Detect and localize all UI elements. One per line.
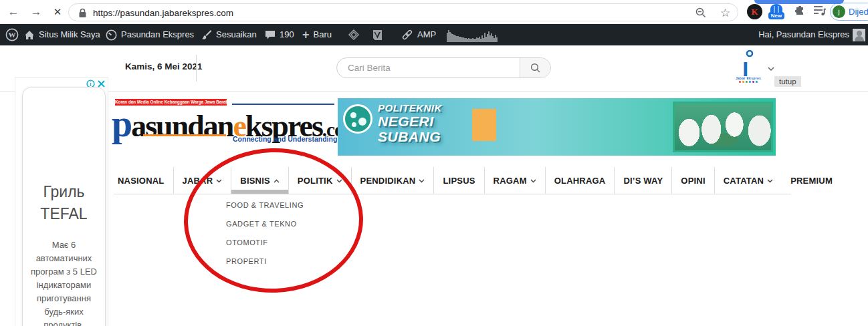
jabar-ekspres-dots	[733, 81, 764, 83]
diamond-item[interactable]	[348, 24, 360, 45]
site-name-item[interactable]: Pasundan Ekspres	[106, 24, 194, 45]
chevron-down-icon	[767, 179, 773, 183]
nav-item-premium[interactable]: PREMIUM	[782, 167, 841, 194]
date-divider	[196, 55, 197, 82]
svg-text:W: W	[9, 31, 16, 39]
comment-icon	[265, 30, 276, 40]
reading-list-icon[interactable]	[813, 5, 827, 19]
banner-title: POLITEKNIK NEGERI SUBANG	[378, 103, 442, 144]
extension-k-icon[interactable]: K	[747, 4, 762, 19]
jabar-ekspres-caption: Jabar Ekspres	[733, 76, 764, 80]
search-box	[336, 57, 551, 78]
nav-item-opini[interactable]: OPINI	[671, 167, 714, 194]
yoast-item[interactable]	[372, 24, 383, 45]
dropdown-item-otomotif[interactable]: OTOMOTIF	[226, 233, 304, 252]
logo-orange-underline	[143, 134, 226, 136]
nav-item-bisnis[interactable]: BISNIS	[231, 167, 288, 194]
banner-logo-icon	[343, 104, 372, 134]
chevron-down-icon	[419, 179, 425, 183]
new-item[interactable]: + Baru	[302, 24, 332, 45]
diamond-icon	[348, 29, 360, 41]
amp-label: AMP	[417, 24, 436, 45]
chevron-down-icon	[530, 179, 536, 183]
extension-new-icon[interactable]: New	[768, 3, 785, 19]
screenshot-frame: ← → ✕ https://pasundan.jabarekspres.com …	[0, 0, 868, 326]
wordpress-logo-icon: W	[5, 28, 19, 41]
nav-item-politik[interactable]: POLITIK	[288, 167, 351, 194]
new-label: Baru	[314, 24, 332, 45]
svg-text:ȷ: ȷ	[742, 53, 748, 76]
bisnis-dropdown: FOOD & TRAVELING GADGET & TEKNO OTOMOTIF…	[226, 196, 304, 271]
wp-logo-item[interactable]: W	[5, 24, 19, 45]
chevron-down-icon[interactable]	[768, 61, 774, 73]
date-label: Kamis, 6 Mei 2021	[125, 61, 203, 71]
chevron-up-icon	[274, 179, 280, 183]
jabar-ekspres-logo[interactable]: ȷ Jabar Ekspres	[733, 49, 764, 88]
url-text[interactable]: https://pasundan.jabarekspres.com	[93, 8, 233, 18]
nav-item-jabar[interactable]: JABAR	[173, 167, 231, 194]
nav-item-nasional[interactable]: NASIONAL	[114, 167, 173, 194]
banner-ad[interactable]: POLITEKNIK NEGERI SUBANG	[338, 98, 776, 156]
ad-body: Має 6 автоматичних програм з 5 LED індик…	[23, 238, 105, 326]
site-name-label: Pasundan Ekspres	[121, 24, 194, 45]
amp-item[interactable]: AMP	[401, 24, 436, 45]
wp-admin-bar: W Situs Milik Saya Pasundan Ekspres Sesu…	[0, 24, 868, 45]
chevron-down-icon	[336, 179, 342, 183]
stats-sparkline-icon	[447, 27, 498, 42]
nav-item-ragam[interactable]: RAGAM	[484, 167, 545, 194]
tab-strip-remnant	[754, 0, 844, 4]
profile-chip[interactable]: j Dijed	[830, 3, 868, 21]
plus-icon: +	[302, 29, 310, 40]
link-icon	[401, 29, 413, 41]
address-bar[interactable]: https://pasundan.jabarekspres.com ☆	[68, 3, 738, 21]
new-badge: New	[768, 12, 784, 19]
banner-orange-block	[472, 109, 496, 141]
admin-greeting[interactable]: Hai, Pasundan Ekspres	[758, 24, 849, 45]
stats-item[interactable]	[447, 24, 498, 45]
search-button[interactable]	[520, 58, 550, 77]
jabar-ekspres-glyph-icon: ȷ	[733, 49, 764, 76]
dashboard-gauge-icon	[106, 29, 117, 41]
chevron-down-icon	[216, 179, 222, 183]
avatar: j	[833, 5, 845, 18]
browser-toolbar: ← → ✕ https://pasundan.jabarekspres.com …	[0, 0, 868, 24]
comments-count: 190	[280, 24, 294, 45]
search-input[interactable]	[348, 59, 515, 77]
zoom-out-icon[interactable]	[695, 7, 707, 21]
my-sites-item[interactable]: Situs Milik Saya	[24, 24, 100, 45]
bookmark-star-icon[interactable]: ☆	[720, 6, 730, 20]
nav-item-dis-way[interactable]: DI’S WAY	[614, 167, 671, 194]
stop-icon[interactable]: ✕	[49, 4, 66, 20]
my-sites-label: Situs Milik Saya	[39, 24, 100, 45]
customize-label: Sesuaikan	[216, 24, 257, 45]
nav-item-pendidikan[interactable]: PENDIDIKAN	[351, 167, 434, 194]
lock-icon	[78, 8, 87, 21]
comments-item[interactable]: 190	[265, 24, 294, 45]
banner-photo	[673, 102, 773, 152]
nav-item-lipsus[interactable]: LIPSUS	[433, 167, 483, 194]
dropdown-item-properti[interactable]: PROPERTI	[226, 252, 304, 271]
brush-icon	[201, 29, 212, 40]
customize-item[interactable]: Sesuaikan	[201, 24, 257, 45]
ad-card[interactable]: Гриль TEFAL Має 6 автоматичних програм з…	[22, 87, 106, 326]
side-ad[interactable]: i Гриль TEFAL Має 6 автоматичних програм…	[15, 77, 108, 326]
dropdown-item-food-traveling[interactable]: FOOD & TRAVELING	[226, 196, 304, 214]
ad-title: Гриль TEFAL	[23, 181, 105, 225]
site-header: Kamis, 6 Mei 2021 ȷ Jabar Ekspres tutup	[0, 45, 868, 92]
nav-item-catatan[interactable]: CATATAN	[714, 167, 782, 194]
main-nav: NASIONAL JABAR BISNIS POLITIK PENDIDIKAN…	[114, 167, 841, 194]
close-ad-button[interactable]: tutup	[774, 76, 801, 87]
active-nav-underline	[231, 190, 289, 194]
forward-icon[interactable]: →	[28, 4, 44, 20]
admin-avatar	[853, 29, 865, 41]
house-icon	[24, 30, 35, 40]
nav-item-olahraga[interactable]: OLAHRAGA	[545, 167, 615, 194]
profile-name: Dijed	[849, 7, 868, 17]
extensions-puzzle-icon[interactable]	[793, 5, 806, 20]
dropdown-item-gadget-tekno[interactable]: GADGET & TEKNO	[226, 214, 304, 233]
search-icon	[530, 63, 541, 73]
back-icon[interactable]: ←	[5, 4, 21, 20]
yoast-icon	[372, 29, 383, 41]
